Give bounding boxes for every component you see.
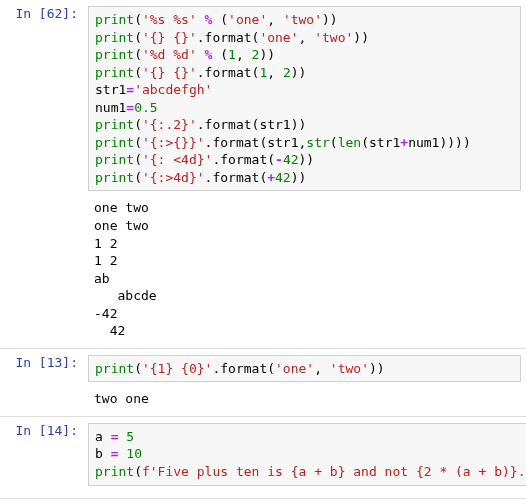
builtin-print: print [95,117,134,132]
builtin-str: str [306,135,329,150]
string-literal: 'one' [228,12,267,27]
code-input[interactable]: print('%s %s' % ('one', 'two')) print('{… [88,6,521,191]
operator: - [275,152,283,167]
cell-content: print('%s %s' % ('one', 'two')) print('{… [83,0,526,348]
builtin-print: print [95,464,134,479]
method-call: .format( [205,135,268,150]
prompt-number: [13]: [39,355,78,370]
string-literal: 'one' [259,30,298,45]
operator: = [111,429,119,444]
prompt-number: [62]: [39,6,78,21]
output-text: one two one two 1 2 1 2 ab abcde -42 42 [88,197,521,341]
string-literal: '%s %s' [142,12,197,27]
input-prompt: In [13]: [0,349,83,416]
cell-content: print('{1} {0}'.format('one', 'two')) tw… [83,349,526,416]
string-literal: '{:.2}' [142,117,197,132]
operator: + [400,135,408,150]
prompt-number: [14]: [39,423,78,438]
variable: num1 [95,100,126,115]
variable: str1 [259,117,290,132]
variable: num1 [408,135,439,150]
variable: a [95,429,103,444]
notebook-cell: In [14]: a = 5 b = 10 print(f'Five plus … [0,417,526,499]
builtin-len: len [338,135,361,150]
notebook-cell: In [13]: print('{1} {0}'.format('one', '… [0,349,526,417]
operator: % [205,12,213,27]
string-literal: f'Five plus ten is {a + b} and not {2 * … [142,464,526,479]
prompt-label: In [15,6,38,21]
string-literal: '{:>{}}' [142,135,205,150]
number-literal: 1 [228,47,236,62]
operator: + [267,170,275,185]
string-literal: '{} {}' [142,65,197,80]
string-literal: '{1} {0}' [142,361,212,376]
code-input[interactable]: a = 5 b = 10 print(f'Five plus ten is {a… [88,423,526,486]
notebook-cell: In [62]: print('%s %s' % ('one', 'two'))… [0,0,526,349]
builtin-print: print [95,135,134,150]
prompt-label: In [15,355,38,370]
number-literal: 42 [275,170,291,185]
string-literal: 'two' [330,361,369,376]
number-literal: 1 [259,65,267,80]
prompt-label: In [15,423,38,438]
variable: b [95,446,103,461]
string-literal: 'two' [314,30,353,45]
method-call: .format( [197,65,260,80]
method-call: .format( [212,152,275,167]
number-literal: 0.5 [134,100,157,115]
output-text: two one [88,388,521,410]
builtin-print: print [95,65,134,80]
builtin-print: print [95,170,134,185]
string-literal: '%d %d' [142,47,197,62]
string-literal: 'abcdefgh' [134,82,212,97]
method-call: .format( [197,30,260,45]
operator: % [205,47,213,62]
number-literal: 5 [126,429,134,444]
code-input[interactable]: print('{1} {0}'.format('one', 'two')) [88,355,521,383]
string-literal: '{:>4d}' [142,170,205,185]
number-literal: 42 [283,152,299,167]
string-literal: '{} {}' [142,30,197,45]
variable: str1 [267,135,298,150]
number-literal: 10 [126,446,142,461]
string-literal: 'one' [275,361,314,376]
number-literal: 2 [283,65,291,80]
input-prompt: In [14]: [0,417,83,498]
cell-content: a = 5 b = 10 print(f'Five plus ten is {a… [83,417,526,498]
operator: = [126,100,134,115]
operator: = [111,446,119,461]
builtin-print: print [95,12,134,27]
method-call: .format( [197,117,260,132]
string-literal: '{: <4d}' [142,152,212,167]
builtin-print: print [95,361,134,376]
variable: str1 [369,135,400,150]
builtin-print: print [95,30,134,45]
builtin-print: print [95,47,134,62]
variable: str1 [95,82,126,97]
method-call: .format( [212,361,275,376]
method-call: .format( [205,170,268,185]
string-literal: 'two' [283,12,322,27]
operator: = [126,82,134,97]
builtin-print: print [95,152,134,167]
number-literal: 2 [252,47,260,62]
input-prompt: In [62]: [0,0,83,348]
